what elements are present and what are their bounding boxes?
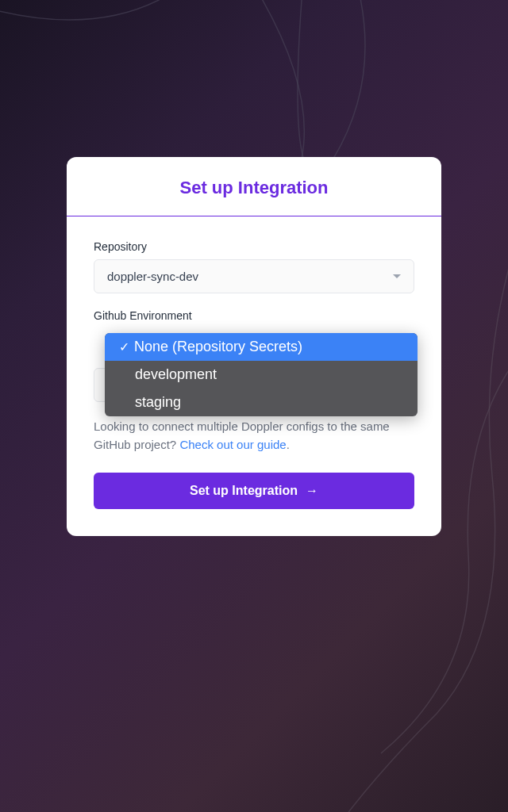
chevron-down-icon xyxy=(393,274,401,278)
modal-body: Repository doppler-sync-dev Github Envir… xyxy=(67,216,441,536)
dropdown-option-label: staging xyxy=(135,394,181,411)
github-env-dropdown: ✓ None (Repository Secrets) development … xyxy=(105,333,418,416)
dropdown-option-none[interactable]: ✓ None (Repository Secrets) xyxy=(105,333,418,361)
repository-label: Repository xyxy=(94,240,414,253)
arrow-right-icon: → xyxy=(306,484,318,498)
dropdown-option-label: development xyxy=(135,366,217,383)
repository-select[interactable]: doppler-sync-dev xyxy=(94,259,414,293)
integration-modal: Set up Integration Repository doppler-sy… xyxy=(67,157,441,536)
help-text-after: . xyxy=(287,438,290,451)
check-icon: ✓ xyxy=(119,339,129,354)
github-env-group: Github Environment ✓ None (Repository Se… xyxy=(94,309,414,402)
dropdown-option-label: None (Repository Secrets) xyxy=(134,339,302,355)
modal-title: Set up Integration xyxy=(90,178,418,198)
guide-link[interactable]: Check out our guide xyxy=(179,438,286,451)
github-env-label: Github Environment xyxy=(94,309,414,322)
repository-group: Repository doppler-sync-dev xyxy=(94,240,414,293)
setup-integration-button[interactable]: Set up Integration → xyxy=(94,473,414,509)
submit-label: Set up Integration xyxy=(190,484,298,498)
repository-value: doppler-sync-dev xyxy=(107,270,198,283)
help-text: Looking to connect multiple Doppler conf… xyxy=(94,418,414,454)
dropdown-option-development[interactable]: development xyxy=(105,361,418,389)
dropdown-option-staging[interactable]: staging xyxy=(105,389,418,416)
modal-header: Set up Integration xyxy=(67,157,441,216)
